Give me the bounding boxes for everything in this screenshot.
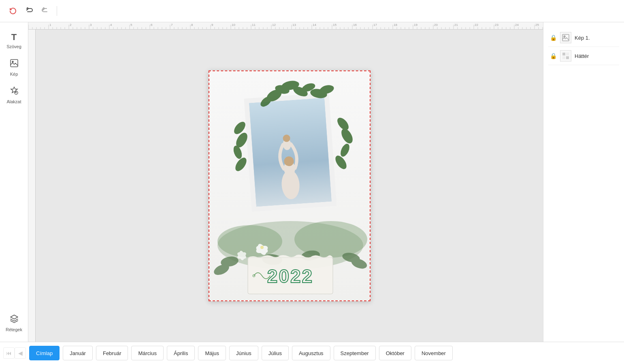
tab-junius[interactable]: Június [229, 346, 258, 360]
tab-januar[interactable]: Január [63, 346, 93, 360]
svg-text:1: 1 [49, 23, 51, 27]
tab-julius[interactable]: Július [262, 346, 289, 360]
svg-text:17: 17 [373, 23, 377, 27]
layer-name-2: Háttér [575, 53, 589, 59]
svg-rect-217 [562, 56, 565, 59]
svg-text:7: 7 [171, 23, 173, 27]
svg-text:22: 22 [475, 23, 478, 27]
layers-icon [10, 314, 19, 326]
svg-text:24: 24 [515, 23, 519, 27]
svg-text:19: 19 [414, 23, 417, 27]
shape-tool-label: Alakzat [6, 99, 21, 104]
svg-rect-218 [566, 56, 569, 59]
lock-icon-2: 🔒 [550, 53, 557, 59]
svg-text:10: 10 [232, 23, 235, 27]
layer-thumb-2 [560, 50, 571, 62]
right-panel: 🔒 Kép 1. 🔒 Háttér [543, 22, 624, 342]
sidebar-item-layers[interactable]: Rétegek [3, 311, 26, 335]
tab-cimlap[interactable]: Címlap [29, 346, 60, 360]
toolbar [0, 0, 624, 22]
svg-text:8: 8 [191, 23, 193, 27]
svg-text:3: 3 [90, 23, 92, 27]
tab-aprilis[interactable]: Április [167, 346, 195, 360]
tab-oktober[interactable]: Október [379, 346, 411, 360]
ruler-left [28, 30, 36, 342]
toolbar-divider [57, 6, 57, 16]
main-content: T Szöveg Kép Alakzat [0, 22, 624, 342]
layer-item-image1[interactable]: 🔒 Kép 1. [548, 29, 619, 47]
canvas-page[interactable]: 2022 [209, 70, 371, 301]
svg-text:6: 6 [151, 23, 153, 27]
sidebar-bottom: Rétegek [3, 311, 26, 335]
tab-nav-first[interactable]: ⏮ [3, 347, 15, 359]
svg-point-1 [12, 61, 13, 62]
svg-rect-0 [11, 60, 18, 67]
text-tool-label: Szöveg [6, 44, 21, 49]
sidebar-item-image[interactable]: Kép [3, 55, 26, 80]
svg-text:23: 23 [495, 23, 498, 27]
tab-augusztus[interactable]: Augusztus [292, 346, 330, 360]
layers-tool-label: Rétegek [6, 327, 22, 332]
page-background [209, 71, 370, 300]
svg-text:4: 4 [110, 23, 112, 27]
sidebar-item-text[interactable]: T Szöveg [3, 29, 26, 52]
svg-text:5: 5 [130, 23, 132, 27]
tab-nav-prev[interactable]: ◀ [15, 347, 26, 359]
svg-text:14: 14 [313, 23, 316, 27]
layer-item-background[interactable]: 🔒 Háttér [548, 47, 619, 65]
svg-text:15: 15 [333, 23, 336, 27]
tab-list: CímlapJanuárFebruárMárciusÁprilisMájusJú… [28, 346, 454, 360]
tab-februar[interactable]: Február [96, 346, 128, 360]
redo-button[interactable] [39, 4, 52, 17]
sidebar-item-shape[interactable]: Alakzat [3, 83, 26, 107]
bottom-tabs: ⏮ ◀ CímlapJanuárFebruárMárciusÁprilisMáj… [0, 342, 624, 364]
svg-rect-216 [566, 53, 569, 55]
text-icon: T [11, 32, 17, 43]
shape-icon [10, 86, 19, 98]
image-icon [10, 59, 19, 70]
layer-thumb-1 [560, 32, 571, 43]
svg-text:11: 11 [252, 23, 256, 27]
svg-text:13: 13 [292, 23, 296, 27]
svg-text:2: 2 [70, 23, 72, 27]
tab-szeptember[interactable]: Szeptember [334, 346, 376, 360]
svg-text:12: 12 [272, 23, 276, 27]
tab-majus[interactable]: Május [198, 346, 226, 360]
svg-rect-215 [562, 53, 565, 55]
svg-text:16: 16 [353, 23, 357, 27]
canvas-area[interactable]: // Will be generated by JS below 1234567… [28, 22, 543, 342]
tab-november[interactable]: November [415, 346, 453, 360]
history-button[interactable] [6, 4, 19, 17]
svg-text:25: 25 [535, 23, 539, 27]
left-sidebar: T Szöveg Kép Alakzat [0, 22, 28, 342]
undo-button[interactable] [23, 4, 36, 17]
svg-text:9: 9 [211, 23, 213, 27]
svg-text:20: 20 [434, 23, 438, 27]
lock-icon-1: 🔒 [550, 34, 557, 41]
svg-point-214 [564, 36, 565, 37]
svg-rect-213 [562, 34, 569, 41]
layer-name-1: Kép 1. [575, 35, 590, 41]
svg-text:18: 18 [394, 23, 397, 27]
svg-text:21: 21 [454, 23, 458, 27]
image-tool-label: Kép [10, 72, 18, 77]
ruler-top: // Will be generated by JS below 1234567… [28, 22, 543, 30]
tab-marcius[interactable]: Március [131, 346, 164, 360]
